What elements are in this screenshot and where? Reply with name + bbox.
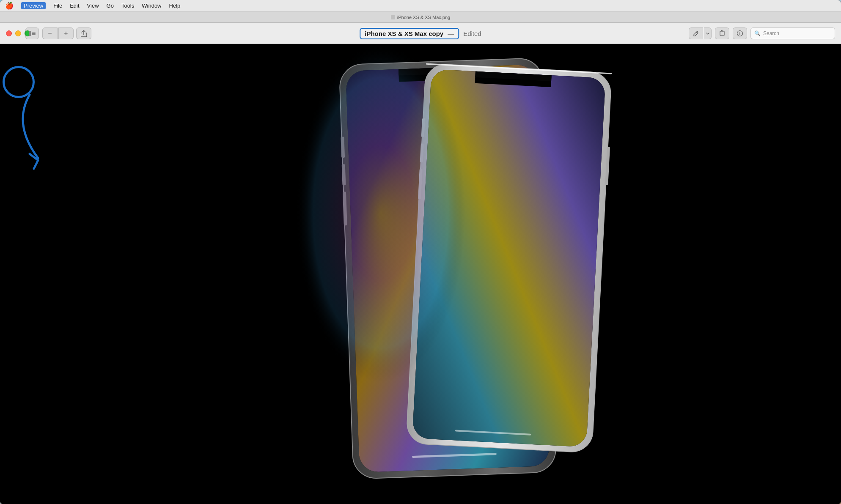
- menu-tools[interactable]: Tools: [121, 3, 134, 9]
- zoom-controls: − +: [42, 23, 74, 44]
- menu-edit[interactable]: Edit: [70, 3, 79, 9]
- menu-preview[interactable]: Preview: [21, 2, 46, 9]
- file-tab-label: iPhone XS & XS Max.png: [397, 15, 450, 20]
- tab-bar: iPhone XS & XS Max.png: [0, 12, 841, 23]
- svg-point-28: [296, 44, 465, 382]
- title-area: iPhone XS & XS Max copy — Edited: [360, 23, 481, 44]
- sidebar-toggle-area: [25, 23, 39, 44]
- rotate-button[interactable]: [715, 27, 729, 39]
- svg-rect-0: [29, 31, 31, 36]
- share-button[interactable]: [76, 27, 91, 39]
- title-separator: —: [448, 30, 454, 37]
- svg-rect-1: [32, 32, 36, 33]
- file-tab-icon: [391, 15, 395, 19]
- right-toolbar: 🔍 Search: [689, 23, 835, 44]
- share-area: [76, 23, 91, 44]
- menu-view[interactable]: View: [87, 3, 99, 9]
- close-button[interactable]: [6, 30, 12, 36]
- svg-rect-3: [32, 34, 36, 35]
- edited-status: Edited: [463, 30, 481, 37]
- toolbar: iPhone XS & XS Max.png −: [0, 12, 841, 44]
- iphone-image: [0, 44, 841, 504]
- markup-chevron-button[interactable]: [704, 27, 712, 39]
- file-title-box[interactable]: iPhone XS & XS Max copy —: [360, 28, 459, 39]
- svg-rect-4: [720, 31, 724, 36]
- zoom-out-icon: −: [48, 30, 52, 37]
- menu-window[interactable]: Window: [142, 3, 161, 9]
- menu-bar: 🍎 Preview File Edit View Go Tools Window…: [0, 0, 841, 12]
- markup-group: [689, 27, 712, 39]
- svg-rect-2: [32, 33, 36, 34]
- zoom-in-icon: +: [64, 30, 68, 37]
- file-title: iPhone XS & XS Max copy: [365, 30, 443, 37]
- file-tab[interactable]: iPhone XS & XS Max.png: [385, 14, 456, 21]
- markup-button[interactable]: [689, 27, 703, 39]
- search-field[interactable]: 🔍 Search: [750, 27, 835, 39]
- apple-menu[interactable]: 🍎: [5, 2, 14, 10]
- zoom-out-button[interactable]: −: [42, 27, 58, 39]
- menu-file[interactable]: File: [53, 3, 62, 9]
- sidebar-toggle-button[interactable]: [25, 27, 39, 39]
- menu-help[interactable]: Help: [169, 3, 181, 9]
- zoom-in-button[interactable]: +: [58, 27, 74, 39]
- main-content: [0, 44, 841, 504]
- minimize-button[interactable]: [15, 30, 21, 36]
- search-placeholder: Search: [763, 30, 779, 36]
- inspector-button[interactable]: [733, 27, 747, 39]
- search-icon: 🔍: [754, 30, 761, 36]
- app-window: 🍎 Preview File Edit View Go Tools Window…: [0, 0, 841, 504]
- menu-go[interactable]: Go: [107, 3, 114, 9]
